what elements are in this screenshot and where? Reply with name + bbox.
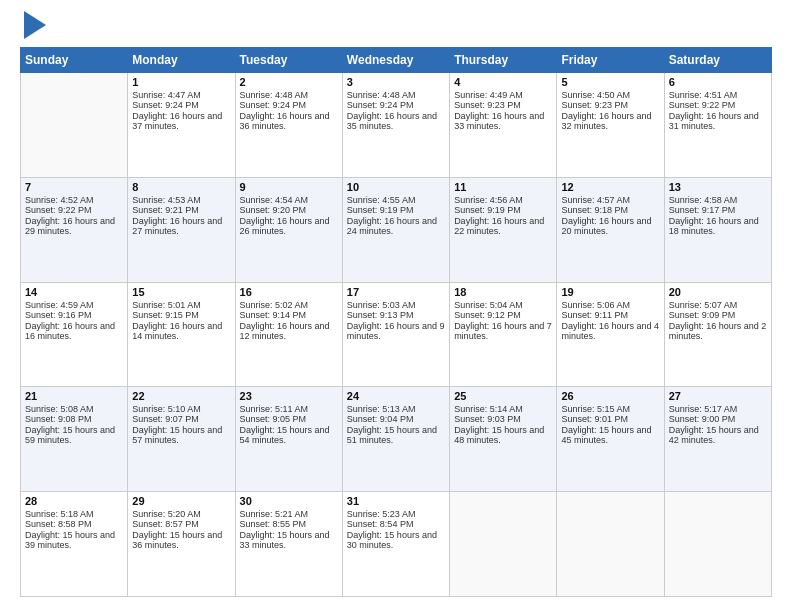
week-row-2: 7Sunrise: 4:52 AMSunset: 9:22 PMDaylight… <box>21 177 772 282</box>
sunrise-text: Sunrise: 5:03 AM <box>347 300 445 310</box>
daylight-text: Daylight: 16 hours and 35 minutes. <box>347 111 445 131</box>
sunset-text: Sunset: 9:14 PM <box>240 310 338 320</box>
sunrise-text: Sunrise: 5:10 AM <box>132 404 230 414</box>
sunrise-text: Sunrise: 4:54 AM <box>240 195 338 205</box>
calendar-cell: 30Sunrise: 5:21 AMSunset: 8:55 PMDayligh… <box>235 492 342 597</box>
sunrise-text: Sunrise: 5:02 AM <box>240 300 338 310</box>
daylight-text: Daylight: 15 hours and 45 minutes. <box>561 425 659 445</box>
day-number: 28 <box>25 495 123 507</box>
day-number: 29 <box>132 495 230 507</box>
day-number: 2 <box>240 76 338 88</box>
calendar-cell: 5Sunrise: 4:50 AMSunset: 9:23 PMDaylight… <box>557 73 664 178</box>
sunrise-text: Sunrise: 4:53 AM <box>132 195 230 205</box>
sunrise-text: Sunrise: 5:06 AM <box>561 300 659 310</box>
day-number: 16 <box>240 286 338 298</box>
day-number: 3 <box>347 76 445 88</box>
logo-icon <box>24 11 46 39</box>
daylight-text: Daylight: 16 hours and 26 minutes. <box>240 216 338 236</box>
sunrise-text: Sunrise: 4:47 AM <box>132 90 230 100</box>
day-number: 21 <box>25 390 123 402</box>
sunrise-text: Sunrise: 5:20 AM <box>132 509 230 519</box>
calendar-cell <box>557 492 664 597</box>
weekday-thursday: Thursday <box>450 48 557 73</box>
daylight-text: Daylight: 16 hours and 31 minutes. <box>669 111 767 131</box>
sunset-text: Sunset: 9:21 PM <box>132 205 230 215</box>
header <box>20 15 772 39</box>
sunset-text: Sunset: 9:19 PM <box>454 205 552 215</box>
sunrise-text: Sunrise: 5:07 AM <box>669 300 767 310</box>
calendar-cell: 27Sunrise: 5:17 AMSunset: 9:00 PMDayligh… <box>664 387 771 492</box>
day-number: 7 <box>25 181 123 193</box>
daylight-text: Daylight: 16 hours and 24 minutes. <box>347 216 445 236</box>
sunset-text: Sunset: 9:16 PM <box>25 310 123 320</box>
daylight-text: Daylight: 15 hours and 42 minutes. <box>669 425 767 445</box>
calendar-cell: 31Sunrise: 5:23 AMSunset: 8:54 PMDayligh… <box>342 492 449 597</box>
calendar-cell: 19Sunrise: 5:06 AMSunset: 9:11 PMDayligh… <box>557 282 664 387</box>
sunset-text: Sunset: 8:58 PM <box>25 519 123 529</box>
weekday-tuesday: Tuesday <box>235 48 342 73</box>
day-number: 20 <box>669 286 767 298</box>
daylight-text: Daylight: 16 hours and 4 minutes. <box>561 321 659 341</box>
sunrise-text: Sunrise: 4:56 AM <box>454 195 552 205</box>
day-number: 24 <box>347 390 445 402</box>
day-number: 19 <box>561 286 659 298</box>
daylight-text: Daylight: 16 hours and 33 minutes. <box>454 111 552 131</box>
calendar-cell: 21Sunrise: 5:08 AMSunset: 9:08 PMDayligh… <box>21 387 128 492</box>
calendar-cell: 4Sunrise: 4:49 AMSunset: 9:23 PMDaylight… <box>450 73 557 178</box>
sunrise-text: Sunrise: 5:13 AM <box>347 404 445 414</box>
daylight-text: Daylight: 16 hours and 14 minutes. <box>132 321 230 341</box>
sunrise-text: Sunrise: 4:57 AM <box>561 195 659 205</box>
daylight-text: Daylight: 16 hours and 29 minutes. <box>25 216 123 236</box>
daylight-text: Daylight: 15 hours and 51 minutes. <box>347 425 445 445</box>
calendar-cell <box>664 492 771 597</box>
calendar-cell: 20Sunrise: 5:07 AMSunset: 9:09 PMDayligh… <box>664 282 771 387</box>
day-number: 15 <box>132 286 230 298</box>
calendar-cell: 13Sunrise: 4:58 AMSunset: 9:17 PMDayligh… <box>664 177 771 282</box>
sunset-text: Sunset: 9:24 PM <box>240 100 338 110</box>
daylight-text: Daylight: 16 hours and 32 minutes. <box>561 111 659 131</box>
weekday-monday: Monday <box>128 48 235 73</box>
calendar-cell: 28Sunrise: 5:18 AMSunset: 8:58 PMDayligh… <box>21 492 128 597</box>
calendar-cell: 2Sunrise: 4:48 AMSunset: 9:24 PMDaylight… <box>235 73 342 178</box>
day-number: 30 <box>240 495 338 507</box>
sunrise-text: Sunrise: 5:23 AM <box>347 509 445 519</box>
calendar-cell: 16Sunrise: 5:02 AMSunset: 9:14 PMDayligh… <box>235 282 342 387</box>
day-number: 1 <box>132 76 230 88</box>
calendar-table: SundayMondayTuesdayWednesdayThursdayFrid… <box>20 47 772 597</box>
daylight-text: Daylight: 16 hours and 16 minutes. <box>25 321 123 341</box>
calendar-cell: 9Sunrise: 4:54 AMSunset: 9:20 PMDaylight… <box>235 177 342 282</box>
daylight-text: Daylight: 16 hours and 7 minutes. <box>454 321 552 341</box>
weekday-header-row: SundayMondayTuesdayWednesdayThursdayFrid… <box>21 48 772 73</box>
sunset-text: Sunset: 9:05 PM <box>240 414 338 424</box>
daylight-text: Daylight: 15 hours and 30 minutes. <box>347 530 445 550</box>
calendar-cell: 10Sunrise: 4:55 AMSunset: 9:19 PMDayligh… <box>342 177 449 282</box>
daylight-text: Daylight: 16 hours and 9 minutes. <box>347 321 445 341</box>
sunset-text: Sunset: 9:00 PM <box>669 414 767 424</box>
daylight-text: Daylight: 16 hours and 12 minutes. <box>240 321 338 341</box>
sunset-text: Sunset: 9:23 PM <box>561 100 659 110</box>
sunset-text: Sunset: 9:09 PM <box>669 310 767 320</box>
sunrise-text: Sunrise: 5:01 AM <box>132 300 230 310</box>
sunrise-text: Sunrise: 4:51 AM <box>669 90 767 100</box>
sunrise-text: Sunrise: 5:08 AM <box>25 404 123 414</box>
sunset-text: Sunset: 9:22 PM <box>25 205 123 215</box>
daylight-text: Daylight: 16 hours and 37 minutes. <box>132 111 230 131</box>
svg-marker-0 <box>24 11 46 39</box>
sunset-text: Sunset: 9:12 PM <box>454 310 552 320</box>
calendar-cell: 7Sunrise: 4:52 AMSunset: 9:22 PMDaylight… <box>21 177 128 282</box>
logo <box>20 15 46 39</box>
sunrise-text: Sunrise: 4:55 AM <box>347 195 445 205</box>
calendar-cell: 25Sunrise: 5:14 AMSunset: 9:03 PMDayligh… <box>450 387 557 492</box>
sunrise-text: Sunrise: 5:15 AM <box>561 404 659 414</box>
daylight-text: Daylight: 16 hours and 36 minutes. <box>240 111 338 131</box>
sunrise-text: Sunrise: 5:14 AM <box>454 404 552 414</box>
day-number: 23 <box>240 390 338 402</box>
day-number: 26 <box>561 390 659 402</box>
daylight-text: Daylight: 15 hours and 54 minutes. <box>240 425 338 445</box>
calendar-cell <box>450 492 557 597</box>
sunrise-text: Sunrise: 5:11 AM <box>240 404 338 414</box>
calendar-cell: 3Sunrise: 4:48 AMSunset: 9:24 PMDaylight… <box>342 73 449 178</box>
sunset-text: Sunset: 8:57 PM <box>132 519 230 529</box>
daylight-text: Daylight: 16 hours and 27 minutes. <box>132 216 230 236</box>
weekday-friday: Friday <box>557 48 664 73</box>
